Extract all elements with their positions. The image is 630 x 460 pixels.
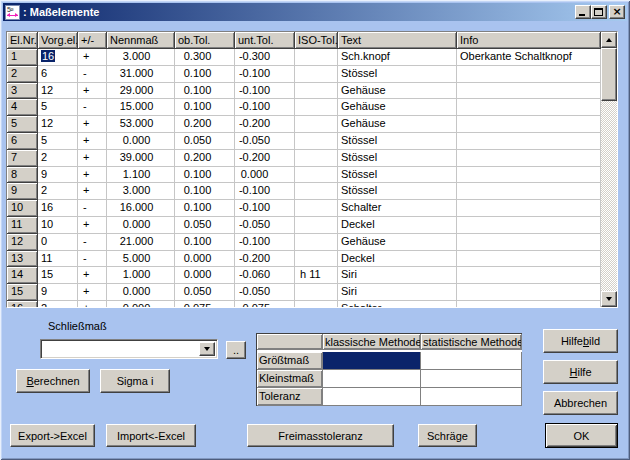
sigma-i-button[interactable]: Sigma i (100, 369, 170, 393)
vorg-el-cell[interactable]: 9 (38, 284, 78, 301)
unt-tol-cell[interactable]: -0.075 (235, 301, 295, 307)
info-cell[interactable] (457, 167, 601, 184)
unt-tol-cell[interactable]: -0.100 (235, 234, 295, 251)
unt-tol-cell[interactable]: -0.100 (235, 200, 295, 217)
text-cell[interactable]: Stössel (338, 183, 457, 200)
info-cell[interactable]: Oberkante Schaltknopf (457, 49, 601, 66)
column-header-elnr[interactable]: El.Nr. (7, 32, 38, 49)
vorg-el-cell[interactable]: 9 (38, 167, 78, 184)
scroll-down-button[interactable] (601, 291, 617, 307)
info-cell[interactable] (457, 66, 601, 83)
iso-tol-cell[interactable] (295, 251, 338, 268)
unt-tol-cell[interactable]: -0.100 (235, 183, 295, 200)
unt-tol-cell[interactable]: -0.050 (235, 217, 295, 234)
iso-tol-cell[interactable] (295, 301, 338, 307)
text-cell[interactable]: Siri (338, 284, 457, 301)
plus-minus-cell[interactable]: - (78, 251, 107, 268)
iso-tol-cell[interactable] (295, 183, 338, 200)
info-cell[interactable] (457, 234, 601, 251)
ob-tol-cell[interactable]: 0.100 (175, 200, 235, 217)
row-number-cell[interactable]: 1 (7, 49, 38, 66)
text-cell[interactable]: Gehäuse (338, 99, 457, 116)
row-number-cell[interactable]: 2 (7, 66, 38, 83)
schraege-button[interactable]: Schräge (418, 424, 477, 447)
ob-tol-cell[interactable]: 0.100 (175, 234, 235, 251)
column-header-obtol[interactable]: ob.Tol. (175, 32, 235, 49)
text-cell[interactable]: Siri (338, 267, 457, 284)
text-cell[interactable]: Gehäuse (338, 116, 457, 133)
browse-button[interactable]: .. (226, 341, 246, 359)
nennmass-cell[interactable]: 31.000 (107, 66, 175, 83)
nennmass-cell[interactable]: 0.000 (107, 284, 175, 301)
import-excel-button[interactable]: Import<-Excel (106, 424, 196, 447)
ob-tol-cell[interactable]: 0.100 (175, 99, 235, 116)
hilfe-button[interactable]: Hilfe (543, 360, 618, 384)
row-number-cell[interactable]: 7 (7, 150, 38, 167)
vorg-el-cell[interactable]: 5 (38, 133, 78, 150)
info-cell[interactable] (457, 116, 601, 133)
row-number-cell[interactable]: 12 (7, 234, 38, 251)
text-cell[interactable]: Stössel (338, 167, 457, 184)
vorg-el-cell[interactable]: 2 (38, 183, 78, 200)
ob-tol-cell[interactable]: 0.075 (175, 301, 235, 307)
iso-tol-cell[interactable] (295, 133, 338, 150)
unt-tol-cell[interactable]: -0.050 (235, 133, 295, 150)
nennmass-cell[interactable]: 21.000 (107, 234, 175, 251)
plus-minus-cell[interactable]: + (78, 217, 107, 234)
row-number-cell[interactable]: 13 (7, 251, 38, 268)
unt-tol-cell[interactable]: -0.100 (235, 66, 295, 83)
nennmass-cell[interactable]: 16.000 (107, 200, 175, 217)
ob-tol-cell[interactable]: 0.100 (175, 66, 235, 83)
ob-tol-cell[interactable]: 0.100 (175, 183, 235, 200)
info-cell[interactable] (457, 83, 601, 100)
results-cell-kleinstmass-klassisch[interactable] (323, 370, 421, 388)
info-cell[interactable] (457, 217, 601, 234)
row-number-cell[interactable]: 4 (7, 99, 38, 116)
row-number-cell[interactable]: 16 (7, 301, 38, 307)
ob-tol-cell[interactable]: 0.200 (175, 116, 235, 133)
row-number-cell[interactable]: 9 (7, 183, 38, 200)
unt-tol-cell[interactable]: -0.200 (235, 251, 295, 268)
unt-tol-cell[interactable]: -0.060 (235, 267, 295, 284)
plus-minus-cell[interactable]: + (78, 267, 107, 284)
column-header-isotol[interactable]: ISO-Tol. (295, 32, 338, 49)
vorg-el-cell[interactable]: 15 (38, 267, 78, 284)
ob-tol-cell[interactable]: 0.050 (175, 217, 235, 234)
nennmass-cell[interactable]: 1.100 (107, 167, 175, 184)
results-cell-groesstmass-statistisch[interactable] (421, 352, 522, 370)
row-number-cell[interactable]: 3 (7, 83, 38, 100)
iso-tol-cell[interactable] (295, 234, 338, 251)
plus-minus-cell[interactable]: + (78, 133, 107, 150)
ob-tol-cell[interactable]: 0.100 (175, 167, 235, 184)
vorg-el-cell[interactable]: 16 (38, 49, 78, 66)
iso-tol-cell[interactable] (295, 284, 338, 301)
plus-minus-cell[interactable]: + (78, 83, 107, 100)
iso-tol-cell[interactable] (295, 116, 338, 133)
abbrechen-button[interactable]: Abbrechen (543, 391, 618, 415)
iso-tol-cell[interactable] (295, 99, 338, 116)
column-header-info[interactable]: Info (457, 32, 601, 49)
text-cell[interactable]: Stössel (338, 150, 457, 167)
vorg-el-cell[interactable]: 11 (38, 251, 78, 268)
nennmass-cell[interactable]: 5.000 (107, 251, 175, 268)
plus-minus-cell[interactable]: + (78, 284, 107, 301)
schliessmass-combobox[interactable] (40, 339, 218, 359)
info-cell[interactable] (457, 150, 601, 167)
berechnen-button[interactable]: Berechnen (16, 369, 90, 393)
iso-tol-cell[interactable] (295, 200, 338, 217)
column-header-[interactable]: +/- (78, 32, 107, 49)
row-number-cell[interactable]: 14 (7, 267, 38, 284)
nennmass-cell[interactable]: 3.000 (107, 49, 175, 66)
ob-tol-cell[interactable]: 0.050 (175, 133, 235, 150)
nennmass-cell[interactable]: 15.000 (107, 99, 175, 116)
column-header-text[interactable]: Text (338, 32, 457, 49)
nennmass-cell[interactable]: 3.000 (107, 183, 175, 200)
vorg-el-cell[interactable]: 6 (38, 66, 78, 83)
text-cell[interactable]: Deckel (338, 217, 457, 234)
nennmass-cell[interactable]: 1.000 (107, 267, 175, 284)
results-cell-kleinstmass-statistisch[interactable] (421, 370, 522, 388)
minimize-button[interactable] (575, 5, 591, 19)
iso-tol-cell[interactable]: h 11 (295, 267, 338, 284)
vorg-el-cell[interactable]: 12 (38, 116, 78, 133)
column-header-nennma[interactable]: Nennmaß (107, 32, 175, 49)
